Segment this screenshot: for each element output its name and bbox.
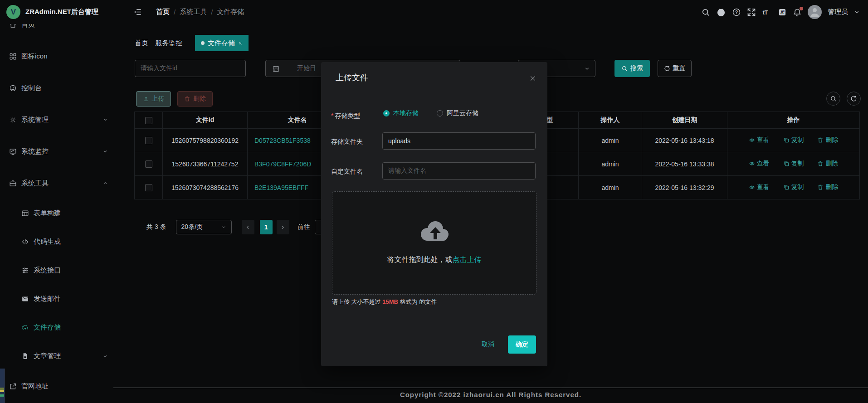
copy-link[interactable]: 复制 (783, 183, 804, 191)
sidebar-item-label: 表单构建 (34, 209, 108, 218)
prev-page-button[interactable] (242, 220, 254, 234)
trash-icon (817, 160, 824, 167)
sidebar-item-label: 代码生成 (34, 238, 108, 246)
copy-link[interactable]: 复制 (783, 160, 804, 168)
cell-operator: admin (579, 129, 642, 152)
sidebar-item-label: 文件存储 (34, 323, 108, 332)
sidebar-item-system-api[interactable]: 系统接口 (0, 256, 113, 285)
sidebar-item-send-mail[interactable]: 发送邮件 (0, 285, 113, 313)
row-checkbox[interactable] (145, 160, 152, 168)
eye-icon (749, 184, 755, 190)
sidebar-item-form-builder[interactable]: 表单构建 (0, 199, 113, 228)
refresh-table-button[interactable] (847, 92, 861, 106)
close-icon[interactable] (529, 75, 536, 82)
browser-edge-artifact (0, 369, 5, 403)
copy-link[interactable]: 复制 (783, 136, 804, 144)
sidebar-item-article-admin[interactable]: 文章管理 (0, 342, 113, 370)
refresh-icon (850, 95, 857, 102)
file-name-link[interactable]: D05723CB51F3538 (254, 137, 311, 144)
view-link[interactable]: 查看 (749, 160, 770, 168)
copy-label: 复制 (791, 183, 804, 191)
chevron-down-icon[interactable] (854, 9, 860, 15)
sidebar-item-file-storage[interactable]: 文件存储 (0, 313, 113, 342)
eye-icon (749, 160, 755, 167)
delete-link[interactable]: 删除 (817, 136, 838, 144)
click-upload-link[interactable]: 点击上传 (453, 256, 482, 263)
sidebar-item-label: 发送邮件 (34, 295, 108, 303)
upload-button-label: 上传 (152, 95, 165, 103)
search-button[interactable]: 搜索 (614, 60, 650, 77)
toggle-search-button[interactable] (826, 92, 840, 106)
close-icon[interactable] (238, 41, 243, 45)
tab-service-monitor[interactable]: 服务监控 (155, 39, 182, 48)
gear-icon (9, 116, 17, 124)
row-checkbox[interactable] (145, 184, 152, 191)
upload-dropzone[interactable]: 将文件拖到此处，或点击上传 (332, 191, 536, 295)
breadcrumb-system-tools[interactable]: 系统工具 (180, 8, 207, 16)
view-link[interactable]: 查看 (749, 183, 770, 191)
search-icon[interactable] (701, 8, 710, 17)
help-icon[interactable]: ? (732, 8, 741, 17)
grid-icon (9, 53, 17, 60)
cloud-upload-icon (21, 324, 29, 331)
copy-icon (783, 184, 790, 190)
sidebar-item-label: 系统接口 (34, 266, 108, 275)
upload-icon (143, 96, 149, 102)
sidebar-item-code-gen[interactable]: 代码生成 (0, 228, 113, 256)
file-name-link[interactable]: B3F079C8FF7206D (254, 160, 311, 168)
reset-button[interactable]: 重置 (658, 60, 692, 77)
sidebar-item-label: 图标icon (21, 52, 108, 61)
sidebar-item-label: 官网地址 (21, 382, 108, 391)
delete-link[interactable]: 删除 (817, 160, 838, 168)
select-all-checkbox[interactable] (145, 117, 152, 124)
tab-file-storage[interactable]: 文件存储 (195, 35, 249, 51)
calendar-icon (272, 65, 280, 73)
radio-label: 阿里云存储 (447, 109, 478, 117)
breadcrumb-current: 文件存储 (217, 8, 244, 16)
copy-label: 复制 (791, 160, 804, 168)
folder-input[interactable]: uploads (382, 132, 536, 150)
sidebar-item-icons[interactable]: 图标icon (0, 40, 113, 72)
logo-row: V ZRAdmin.NET后台管理 (0, 0, 113, 24)
sidebar-item-console[interactable]: 控制台 (0, 72, 113, 104)
filename-input[interactable]: 请输入文件名 (382, 162, 536, 180)
notifications-button[interactable] (793, 8, 802, 17)
delete-label: 删除 (825, 160, 838, 168)
sidebar-collapse-button[interactable] (133, 8, 142, 16)
footer-divider (113, 388, 868, 388)
external-link-icon (9, 383, 17, 390)
breadcrumb-home[interactable]: 首页 (156, 8, 170, 16)
sidebar-item-label: 控制台 (21, 84, 108, 92)
file-id-input[interactable]: 请输入文件id (135, 60, 246, 77)
svg-text:x: x (783, 9, 785, 12)
radio-local-storage[interactable]: 本地存储 (383, 109, 419, 117)
cancel-button[interactable]: 取消 (482, 340, 494, 349)
github-icon[interactable] (716, 7, 726, 17)
monitor-icon (9, 148, 17, 155)
tab-home[interactable]: 首页 (135, 39, 148, 48)
fullscreen-icon[interactable] (747, 8, 756, 17)
sidebar-item-system-monitor[interactable]: 系统监控 (0, 136, 113, 167)
delete-button[interactable]: 删除 (177, 91, 213, 107)
radio-aliyun-storage[interactable]: 阿里云存储 (437, 109, 478, 117)
view-link[interactable]: 查看 (749, 136, 770, 144)
trash-icon (817, 184, 824, 190)
sidebar-item-system-tools[interactable]: 系统工具 (0, 167, 113, 199)
row-checkbox[interactable] (145, 137, 152, 144)
next-page-button[interactable] (277, 220, 289, 234)
trash-icon (817, 137, 824, 143)
avatar[interactable] (808, 5, 822, 19)
font-size-icon[interactable]: tT (762, 7, 772, 17)
page-size-select[interactable]: 20条/页 (176, 220, 232, 234)
upload-cloud-icon (414, 218, 454, 244)
page-number-current[interactable]: 1 (260, 220, 273, 234)
file-name-link[interactable]: B2E139A95EBFFF (254, 184, 308, 191)
confirm-button[interactable]: 确定 (508, 335, 536, 354)
dashboard-icon (9, 84, 17, 92)
sidebar-item-system-admin[interactable]: 系统管理 (0, 104, 113, 136)
delete-link[interactable]: 删除 (817, 183, 838, 191)
sidebar-item-official-site[interactable]: 官网地址 (0, 370, 113, 402)
translate-icon[interactable]: Ax (778, 8, 787, 17)
user-name[interactable]: 管理员 (828, 8, 848, 16)
upload-button[interactable]: 上传 (136, 91, 171, 107)
